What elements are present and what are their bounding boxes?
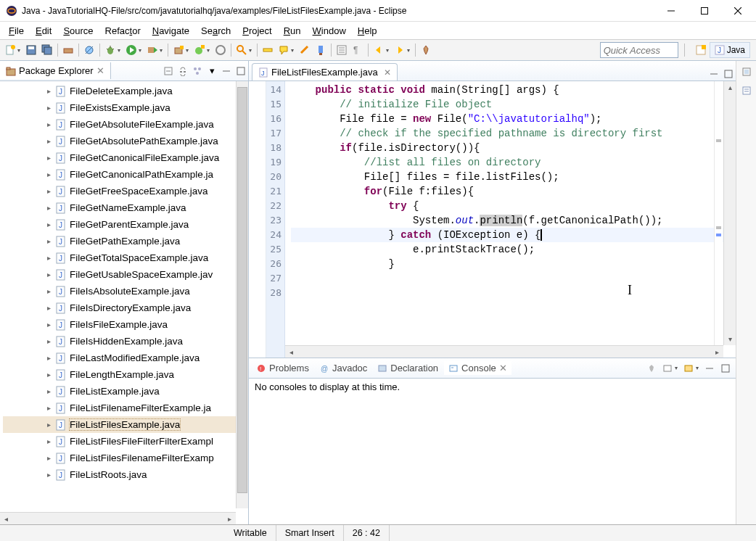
menu-navigate[interactable]: Navigate xyxy=(147,24,195,38)
dropdown-icon[interactable]: ▾ xyxy=(249,47,252,54)
expand-icon[interactable]: ▸ xyxy=(45,187,52,195)
minimize-editor-icon[interactable] xyxy=(707,67,720,80)
tree-item[interactable]: ▸JFileGetAbsoluteFileExample.java xyxy=(3,116,248,133)
menu-search[interactable]: Search xyxy=(195,24,237,38)
view-menu-icon[interactable]: ▾ xyxy=(205,65,218,78)
toggle-ruler-icon[interactable] xyxy=(260,43,275,57)
expand-icon[interactable]: ▸ xyxy=(45,404,52,412)
tree-item[interactable]: ▸JFileIsHiddenExample.java xyxy=(3,333,248,350)
open-console-icon[interactable] xyxy=(682,362,695,375)
tree-item[interactable]: ▸JFileIsFileExample.java xyxy=(3,316,248,333)
link-editor-icon[interactable] xyxy=(176,65,189,78)
javadoc-tab[interactable]: @Javadoc xyxy=(315,361,371,375)
expand-icon[interactable]: ▸ xyxy=(45,437,52,445)
open-type-icon[interactable] xyxy=(213,43,228,57)
menu-file[interactable]: File xyxy=(3,24,30,38)
expand-icon[interactable]: ▸ xyxy=(45,154,52,162)
menu-edit[interactable]: Edit xyxy=(30,24,57,38)
dropdown-icon[interactable]: ▾ xyxy=(291,47,294,54)
dropdown-icon[interactable]: ▾ xyxy=(17,47,20,54)
dropdown-icon[interactable]: ▾ xyxy=(139,47,141,54)
tree-item[interactable]: ▸JFileLengthExample.java xyxy=(3,366,248,383)
tool-icon[interactable] xyxy=(61,43,75,57)
vertical-scrollbar[interactable] xyxy=(236,81,248,508)
mark-icon[interactable] xyxy=(297,43,312,57)
menu-project[interactable]: Project xyxy=(237,24,277,38)
overview-ruler[interactable] xyxy=(714,81,723,345)
editor-body[interactable]: 141516171819202122232425262728 public st… xyxy=(249,81,736,358)
tree-item[interactable]: ▸JFileGetTotalSpaceExample.java xyxy=(3,249,248,266)
expand-icon[interactable]: ▸ xyxy=(45,321,52,329)
tree-item[interactable]: ▸JFileGetPathExample.java xyxy=(3,233,248,249)
tree-item[interactable]: ▸JFileExistsExample.java xyxy=(3,99,248,116)
dropdown-icon[interactable]: ▾ xyxy=(207,47,210,54)
menu-refactor[interactable]: Refactor xyxy=(99,24,147,38)
dropdown-icon[interactable]: ▾ xyxy=(386,47,389,54)
problems-tab[interactable]: !Problems xyxy=(252,361,313,375)
code-area[interactable]: public static void main(String[] args) {… xyxy=(285,81,736,273)
expand-icon[interactable]: ▸ xyxy=(45,471,52,479)
expand-icon[interactable]: ▸ xyxy=(45,254,52,262)
nav-forward-icon[interactable] xyxy=(393,43,407,57)
tree-item[interactable]: ▸JFileGetFreeSpaceExample.java xyxy=(3,183,248,199)
minimize-button[interactable] xyxy=(654,0,688,22)
save-icon[interactable] xyxy=(24,43,38,57)
run-last-icon[interactable] xyxy=(145,43,160,57)
dropdown-icon[interactable]: ▾ xyxy=(407,47,410,54)
quick-access-input[interactable] xyxy=(600,42,678,58)
expand-icon[interactable]: ▸ xyxy=(45,354,52,362)
collapse-all-icon[interactable] xyxy=(162,65,175,78)
horizontal-scrollbar[interactable]: ◂▸ xyxy=(0,512,236,524)
menu-source[interactable]: Source xyxy=(57,24,99,38)
expand-icon[interactable]: ▸ xyxy=(45,304,52,312)
expand-icon[interactable]: ▸ xyxy=(45,137,52,145)
expand-icon[interactable]: ▸ xyxy=(45,421,52,429)
close-button[interactable] xyxy=(721,0,755,22)
minimize-view-icon[interactable] xyxy=(220,65,233,78)
horizontal-scrollbar[interactable]: ◂▸ xyxy=(285,345,723,358)
new-icon[interactable] xyxy=(3,43,17,57)
tree-item[interactable]: ▸JFileGetCanonicalPathExample.ja xyxy=(3,166,248,183)
dropdown-icon[interactable]: ▾ xyxy=(186,47,189,54)
tree-item[interactable]: ▸JFileGetCanonicalFileExample.java xyxy=(3,149,248,166)
expand-icon[interactable]: ▸ xyxy=(45,104,52,112)
menu-run[interactable]: Run xyxy=(278,24,307,38)
expand-icon[interactable]: ▸ xyxy=(45,387,52,395)
console-tab[interactable]: Console ✕ xyxy=(444,361,511,375)
paint-icon[interactable] xyxy=(313,43,328,57)
tree-item[interactable]: ▸JFileGetUsableSpaceExample.jav xyxy=(3,266,248,283)
maximize-panel-icon[interactable] xyxy=(719,362,732,375)
declaration-tab[interactable]: Declaration xyxy=(373,361,443,375)
tree-item[interactable]: ▸JFileLastModifiedExample.java xyxy=(3,350,248,366)
debug-icon[interactable] xyxy=(103,43,118,57)
toggle-block-icon[interactable] xyxy=(334,43,349,57)
maximize-button[interactable] xyxy=(688,0,721,22)
expand-icon[interactable]: ▸ xyxy=(45,170,52,178)
expand-icon[interactable]: ▸ xyxy=(45,220,52,228)
show-whitespace-icon[interactable]: ¶ xyxy=(350,43,365,57)
vertical-scrollbar[interactable]: ▴ ▾ xyxy=(723,81,736,345)
tree-item[interactable]: ▸JFileListExample.java xyxy=(3,383,248,400)
maximize-view-icon[interactable] xyxy=(234,65,247,78)
restore-icon[interactable] xyxy=(740,65,753,78)
nav-back-icon[interactable] xyxy=(371,43,386,57)
menu-window[interactable]: Window xyxy=(307,24,352,38)
minimize-panel-icon[interactable] xyxy=(703,362,716,375)
menu-help[interactable]: Help xyxy=(352,24,383,38)
editor-tab[interactable]: J FileListFilesExample.java ✕ xyxy=(252,63,398,80)
package-explorer-tab[interactable]: Package Explorer ✕ xyxy=(0,62,111,79)
expand-icon[interactable]: ▸ xyxy=(45,337,52,345)
pin-console-icon[interactable] xyxy=(645,362,658,375)
maximize-editor-icon[interactable] xyxy=(722,67,735,80)
tree-item[interactable]: ▸JFileGetParentExample.java xyxy=(3,216,248,233)
tree-item[interactable]: ▸JFileListFilesFilenameFilterExamp xyxy=(3,450,248,466)
tree-item[interactable]: ▸JFileListFilesFileFilterFilterExampl xyxy=(3,433,248,450)
tree-item[interactable]: ▸JFileGetAbsolutePathExample.java xyxy=(3,133,248,149)
close-tab-icon[interactable]: ✕ xyxy=(384,67,391,78)
open-perspective-icon[interactable] xyxy=(694,43,708,57)
new-class-icon[interactable] xyxy=(192,43,207,57)
java-perspective-button[interactable]: J Java xyxy=(710,42,750,58)
expand-icon[interactable]: ▸ xyxy=(45,237,52,245)
run-icon[interactable] xyxy=(124,43,139,57)
pin-icon[interactable] xyxy=(419,43,433,57)
